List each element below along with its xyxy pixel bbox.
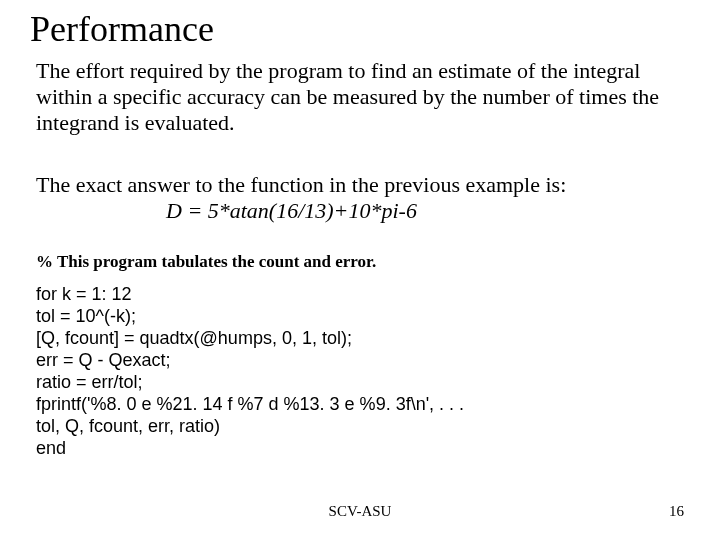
- paragraph-effort: The effort required by the program to fi…: [36, 58, 676, 136]
- formula: D = 5*atan(16/13)+10*pi-6: [36, 198, 676, 224]
- code-block: for k = 1: 12 tol = 10^(-k); [Q, fcount]…: [36, 284, 464, 460]
- paragraph-exact-answer: The exact answer to the function in the …: [36, 172, 676, 224]
- slide: Performance The effort required by the p…: [0, 0, 720, 540]
- exact-answer-text: The exact answer to the function in the …: [36, 172, 566, 197]
- code-comment: % This program tabulates the count and e…: [36, 252, 376, 272]
- page-number: 16: [669, 503, 684, 520]
- footer-center: SCV-ASU: [0, 503, 720, 520]
- slide-title: Performance: [30, 8, 214, 50]
